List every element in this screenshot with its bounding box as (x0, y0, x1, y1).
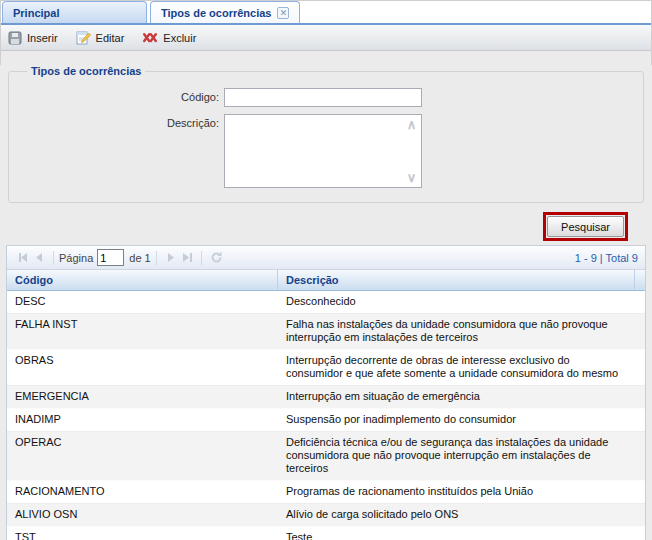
crud-toolbar: Inserir Editar (0, 25, 652, 51)
page-number-input[interactable] (97, 249, 124, 266)
first-page-icon[interactable] (14, 252, 31, 263)
column-header-descricao[interactable]: Descrição (278, 270, 635, 290)
paging-toolbar: Página de 1 1 - 9 | Total 9 (7, 246, 645, 270)
cell-codigo: OPERAC (7, 432, 278, 480)
cell-descricao: Deficiência técnica e/ou de segurança da… (278, 432, 645, 480)
table-row[interactable]: FALHA INSTFalha nas instalações da unida… (7, 314, 645, 350)
search-row: Pesquisar (6, 212, 628, 241)
delete-icon (142, 31, 158, 44)
cell-codigo: DESC (7, 291, 278, 313)
pesquisar-button[interactable]: Pesquisar (547, 216, 624, 237)
fieldset-legend: Tipos de ocorrências (27, 65, 145, 77)
search-form-fieldset: Tipos de ocorrências Código: Descrição: … (8, 65, 644, 203)
descricao-field[interactable] (225, 115, 421, 187)
table-row[interactable]: ALIVIO OSNAlívio de carga solicitado pel… (7, 504, 645, 527)
record-count-summary: 1 - 9 | Total 9 (575, 252, 638, 264)
table-row[interactable]: TSTTeste (7, 527, 645, 540)
editar-label: Editar (96, 32, 125, 44)
tab-principal[interactable]: Principal (2, 1, 147, 23)
cell-descricao: Programas de racionamento instituídos pe… (278, 481, 645, 503)
inserir-label: Inserir (27, 32, 58, 44)
cell-descricao: Teste (278, 527, 645, 540)
table-row[interactable]: EMERGENCIAInterrupção em situação de eme… (7, 386, 645, 409)
header-spacer (635, 270, 645, 290)
table-row[interactable]: RACIONAMENTOProgramas de racionamento in… (7, 481, 645, 504)
page-of-label: de 1 (129, 252, 150, 264)
close-icon[interactable]: ✕ (277, 7, 289, 19)
excluir-button[interactable]: Excluir (138, 29, 200, 46)
table-row[interactable]: DESCDesconhecido (7, 291, 645, 314)
prev-page-icon[interactable] (31, 252, 48, 263)
descricao-field-wrap: ∧ ∨ (224, 114, 422, 188)
codigo-label: Código: (19, 88, 224, 107)
tab-tipos-label: Tipos de ocorrências (161, 3, 271, 23)
descricao-row: Descrição: ∧ ∨ (19, 114, 633, 188)
table-row[interactable]: INADIMPSuspensão por inadimplemento do c… (7, 409, 645, 432)
grid-header: Código Descrição (7, 270, 645, 291)
cell-descricao: Desconhecido (278, 291, 645, 313)
panel-body: Tipos de ocorrências Código: Descrição: … (0, 65, 652, 540)
tab-principal-label: Principal (13, 3, 59, 23)
toolbar-separator (156, 251, 157, 265)
editar-button[interactable]: Editar (72, 29, 129, 47)
cell-codigo: EMERGENCIA (7, 386, 278, 408)
refresh-icon[interactable] (207, 251, 226, 264)
edit-icon (76, 31, 91, 45)
next-page-icon[interactable] (162, 252, 179, 263)
toolbar-separator (201, 251, 202, 265)
tab-strip: Principal Tipos de ocorrências ✕ (0, 0, 652, 25)
cell-descricao: Interrupção em situação de emergência (278, 386, 645, 408)
cell-descricao: Falha nas instalações da unidade consumi… (278, 314, 645, 349)
app-window: Principal Tipos de ocorrências ✕ Inserir (0, 0, 652, 540)
cell-codigo: INADIMP (7, 409, 278, 431)
cell-codigo: RACIONAMENTO (7, 481, 278, 503)
results-grid-panel: Página de 1 1 - 9 | Total 9 (6, 245, 646, 540)
grid-body: DESCDesconhecidoFALHA INSTFalha nas inst… (7, 291, 645, 540)
tab-tipos-de-ocorrencias[interactable]: Tipos de ocorrências ✕ (150, 1, 300, 23)
cell-codigo: ALIVIO OSN (7, 504, 278, 526)
inserir-button[interactable]: Inserir (4, 29, 62, 47)
cell-codigo: TST (7, 527, 278, 540)
excluir-label: Excluir (163, 32, 196, 44)
descricao-label: Descrição: (19, 114, 224, 188)
codigo-field[interactable] (224, 88, 422, 107)
last-page-icon[interactable] (179, 252, 196, 263)
table-row[interactable]: OPERACDeficiência técnica e/ou de segura… (7, 432, 645, 481)
column-header-codigo[interactable]: Código (7, 270, 278, 290)
cell-codigo: OBRAS (7, 350, 278, 385)
cell-descricao: Interrupção decorrente de obras de inter… (278, 350, 645, 385)
toolbar-separator (53, 251, 54, 265)
cell-codigo: FALHA INST (7, 314, 278, 349)
save-icon (8, 31, 22, 45)
page-label: Página (59, 252, 93, 264)
cell-descricao: Alívio de carga solicitado pelo ONS (278, 504, 645, 526)
annotation-highlight: Pesquisar (543, 212, 628, 241)
cell-descricao: Suspensão por inadimplemento do consumid… (278, 409, 645, 431)
codigo-row: Código: (19, 88, 633, 107)
table-row[interactable]: OBRASInterrupção decorrente de obras de … (7, 350, 645, 386)
